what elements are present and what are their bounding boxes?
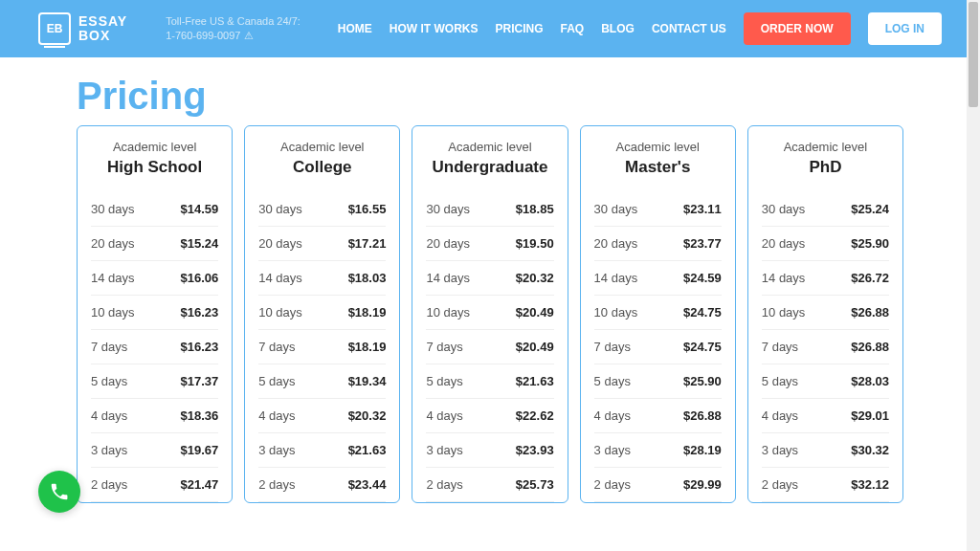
price-value: $22.62 xyxy=(516,408,554,423)
price-row[interactable]: 4 days$18.36 xyxy=(91,399,218,433)
price-row[interactable]: 3 days$30.32 xyxy=(762,433,889,468)
price-value: $16.06 xyxy=(180,271,218,285)
price-row[interactable]: 20 days$25.90 xyxy=(762,227,889,261)
deadline-label: 10 days xyxy=(258,305,302,320)
price-row[interactable]: 3 days$23.93 xyxy=(426,433,553,468)
nav-contact-us[interactable]: CONTACT US xyxy=(652,22,726,35)
price-row[interactable]: 30 days$16.55 xyxy=(258,192,386,227)
price-row[interactable]: 10 days$20.49 xyxy=(426,296,553,330)
price-value: $19.67 xyxy=(180,443,218,457)
pricing-card: Academic levelMaster's30 days$23.1120 da… xyxy=(580,125,736,503)
price-row[interactable]: 7 days$20.49 xyxy=(426,330,553,364)
price-row[interactable]: 5 days$25.90 xyxy=(594,364,722,399)
card-sub-label: Academic level xyxy=(426,140,553,154)
price-row[interactable]: 2 days$29.99 xyxy=(594,468,722,502)
price-row[interactable]: 4 days$20.32 xyxy=(258,399,386,433)
price-value: $18.19 xyxy=(348,340,387,354)
price-row[interactable]: 14 days$16.06 xyxy=(91,261,218,296)
price-row[interactable]: 10 days$18.19 xyxy=(258,296,386,330)
deadline-label: 10 days xyxy=(762,305,806,320)
phone-fab[interactable] xyxy=(38,471,80,513)
price-row[interactable]: 2 days$25.73 xyxy=(426,468,553,502)
price-row[interactable]: 2 days$21.47 xyxy=(91,468,218,502)
nav-pricing[interactable]: PRICING xyxy=(496,22,544,35)
price-row[interactable]: 5 days$28.03 xyxy=(762,364,889,399)
price-row[interactable]: 30 days$23.11 xyxy=(594,192,722,227)
deadline-label: 10 days xyxy=(426,305,470,320)
price-row[interactable]: 20 days$19.50 xyxy=(426,227,553,261)
phone-icon xyxy=(49,481,70,502)
price-row[interactable]: 20 days$23.77 xyxy=(594,227,722,261)
deadline-label: 3 days xyxy=(91,443,127,457)
pricing-card: Academic levelCollege30 days$16.5520 day… xyxy=(244,125,400,503)
price-value: $16.55 xyxy=(348,202,387,216)
price-value: $21.47 xyxy=(180,477,218,492)
price-row[interactable]: 14 days$26.72 xyxy=(762,261,889,296)
nav-how-it-works[interactable]: HOW IT WORKS xyxy=(390,22,479,35)
deadline-label: 14 days xyxy=(594,271,638,285)
order-now-button[interactable]: ORDER NOW xyxy=(744,12,851,45)
logo[interactable]: EB ESSAY BOX xyxy=(38,12,127,45)
card-sub-label: Academic level xyxy=(258,140,386,154)
price-row[interactable]: 14 days$18.03 xyxy=(258,261,386,296)
price-row[interactable]: 14 days$24.59 xyxy=(594,261,722,296)
price-row[interactable]: 4 days$22.62 xyxy=(426,399,553,433)
price-row[interactable]: 4 days$26.88 xyxy=(594,399,722,433)
price-row[interactable]: 3 days$28.19 xyxy=(594,433,722,468)
price-row[interactable]: 5 days$19.34 xyxy=(258,364,386,399)
price-value: $28.19 xyxy=(683,443,722,457)
nav-home[interactable]: HOME xyxy=(338,22,372,35)
price-value: $23.93 xyxy=(516,443,554,457)
price-value: $17.21 xyxy=(348,236,387,251)
price-row[interactable]: 14 days$20.32 xyxy=(426,261,553,296)
nav: HOME HOW IT WORKS PRICING FAQ BLOG CONTA… xyxy=(338,12,942,45)
price-row[interactable]: 5 days$21.63 xyxy=(426,364,553,399)
deadline-label: 2 days xyxy=(258,477,295,492)
price-value: $25.24 xyxy=(851,202,889,216)
price-row[interactable]: 4 days$29.01 xyxy=(762,399,889,433)
page-title: Pricing xyxy=(0,57,980,125)
price-row[interactable]: 7 days$18.19 xyxy=(258,330,386,364)
header: EB ESSAY BOX Toll-Free US & Canada 24/7:… xyxy=(0,0,980,57)
price-row[interactable]: 3 days$21.63 xyxy=(258,433,386,468)
deadline-label: 30 days xyxy=(91,202,135,216)
scrollbar[interactable] xyxy=(967,0,980,551)
price-row[interactable]: 30 days$18.85 xyxy=(426,192,553,227)
price-value: $24.75 xyxy=(683,340,722,354)
deadline-label: 2 days xyxy=(594,477,631,492)
toll-phone[interactable]: 1-760-699-0097 ⚠ xyxy=(166,29,301,43)
price-row[interactable]: 10 days$24.75 xyxy=(594,296,722,330)
price-value: $29.01 xyxy=(851,408,889,423)
deadline-label: 14 days xyxy=(426,271,470,285)
price-value: $19.50 xyxy=(516,236,554,251)
price-value: $26.88 xyxy=(851,340,889,354)
price-row[interactable]: 3 days$19.67 xyxy=(91,433,218,468)
price-row[interactable]: 10 days$16.23 xyxy=(91,296,218,330)
price-row[interactable]: 10 days$26.88 xyxy=(762,296,889,330)
price-value: $24.59 xyxy=(683,271,722,285)
price-value: $23.44 xyxy=(348,477,387,492)
price-value: $26.88 xyxy=(851,305,889,320)
deadline-label: 5 days xyxy=(762,374,798,388)
price-row[interactable]: 2 days$32.12 xyxy=(762,468,889,502)
deadline-label: 2 days xyxy=(426,477,462,492)
price-row[interactable]: 20 days$17.21 xyxy=(258,227,386,261)
price-row[interactable]: 5 days$17.37 xyxy=(91,364,218,399)
price-value: $25.90 xyxy=(851,236,889,251)
login-button[interactable]: LOG IN xyxy=(868,12,942,45)
price-row[interactable]: 30 days$14.59 xyxy=(91,192,218,227)
toll-label: Toll-Free US & Canada 24/7: xyxy=(166,14,301,29)
pricing-card: Academic levelPhD30 days$25.2420 days$25… xyxy=(747,125,903,503)
price-row[interactable]: 7 days$16.23 xyxy=(91,330,218,364)
price-row[interactable]: 30 days$25.24 xyxy=(762,192,889,227)
nav-faq[interactable]: FAQ xyxy=(561,22,585,35)
scrollbar-thumb[interactable] xyxy=(969,2,978,107)
price-row[interactable]: 2 days$23.44 xyxy=(258,468,386,502)
price-row[interactable]: 20 days$15.24 xyxy=(91,227,218,261)
price-value: $25.73 xyxy=(516,477,554,492)
price-row[interactable]: 7 days$26.88 xyxy=(762,330,889,364)
deadline-label: 7 days xyxy=(594,340,631,354)
nav-blog[interactable]: BLOG xyxy=(601,22,635,35)
price-row[interactable]: 7 days$24.75 xyxy=(594,330,722,364)
price-value: $26.72 xyxy=(851,271,889,285)
